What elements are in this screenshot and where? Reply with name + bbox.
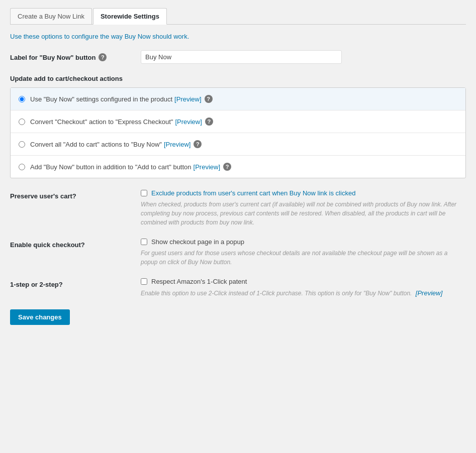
label-field-help-icon[interactable]: ? [99, 53, 107, 61]
radio-label-2: Convert "Checkout" action to "Express Ch… [30, 118, 173, 126]
quick-checkout-checkbox[interactable] [141, 239, 147, 245]
update-cart-heading: Update add to cart/checkout actions [10, 75, 466, 82]
preserve-cart-field: Exclude products from user's current car… [141, 189, 466, 227]
save-button-wrapper: Save changes [10, 309, 466, 325]
radio-options-table: Use "Buy Now" settings configured in the… [10, 87, 466, 178]
one-two-step-checkbox-row: Respect Amazon's 1-Click patent [141, 278, 466, 285]
radio-option-1[interactable]: Use "Buy Now" settings configured in the… [11, 88, 465, 110]
radio-option-4[interactable]: Add "Buy Now" button in addition to "Add… [11, 156, 465, 178]
label-field-text: Label for "Buy Now" button [10, 54, 96, 61]
one-two-step-checkbox-label: Respect Amazon's 1-Click patent [151, 278, 247, 285]
one-two-step-row: 1-step or 2-step? Respect Amazon's 1-Cli… [10, 278, 466, 298]
one-two-step-field: Respect Amazon's 1-Click patent Enable t… [141, 278, 466, 298]
preserve-cart-row: Preserve user's cart? Exclude products f… [10, 189, 466, 227]
radio-option-3[interactable]: Convert all "Add to cart" actions to "Bu… [11, 133, 465, 156]
tab-storewide[interactable]: Storewide Settings [93, 8, 167, 25]
quick-checkout-field: Show checkout page in a popup For guest … [141, 238, 466, 267]
preserve-cart-description: When checked, products from user's curre… [141, 200, 466, 227]
label-field-row: Label for "Buy Now" button ? [10, 50, 466, 64]
radio-label-1: Use "Buy Now" settings configured in the… [30, 95, 172, 103]
quick-checkout-checkbox-label: Show checkout page in a popup [151, 238, 244, 246]
radio-label-3: Convert all "Add to cart" actions to "Bu… [30, 141, 162, 148]
preserve-cart-checkbox-row: Exclude products from user's current car… [141, 189, 466, 197]
update-cart-section: Update add to cart/checkout actions Use … [10, 75, 466, 178]
buy-now-label-input[interactable] [141, 50, 342, 64]
label-field-input-wrapper [141, 50, 466, 64]
save-changes-button[interactable]: Save changes [10, 309, 70, 325]
radio-label-4: Add "Buy Now" button in addition to "Add… [30, 163, 192, 171]
radio-help-icon-1[interactable]: ? [205, 95, 213, 103]
tabs-container: Create a Buy Now Link Storewide Settings [10, 8, 466, 25]
one-two-step-label: 1-step or 2-step? [10, 278, 141, 288]
one-two-step-checkbox[interactable] [141, 278, 147, 285]
radio-option-2[interactable]: Convert "Checkout" action to "Express Ch… [11, 110, 465, 133]
preview-link-2[interactable]: [Preview] [175, 118, 202, 126]
preserve-cart-label: Preserve user's cart? [10, 189, 141, 200]
preserve-cart-checkbox-label: Exclude products from user's current car… [151, 189, 355, 197]
preview-link-3[interactable]: [Preview] [164, 141, 191, 148]
radio-help-icon-3[interactable]: ? [194, 140, 202, 148]
quick-checkout-description: For guest users and for those users whos… [141, 249, 466, 267]
radio-input-3[interactable] [19, 141, 25, 148]
quick-checkout-row: Enable quick checkout? Show checkout pag… [10, 238, 466, 267]
preserve-cart-checkbox[interactable] [141, 190, 147, 196]
radio-input-4[interactable] [19, 164, 25, 170]
quick-checkout-checkbox-row: Show checkout page in a popup [141, 238, 466, 246]
preview-link-4[interactable]: [Preview] [194, 163, 220, 171]
label-field-label: Label for "Buy Now" button ? [10, 50, 141, 61]
radio-input-1[interactable] [19, 96, 25, 102]
page-description: Use these options to configure the way B… [10, 33, 466, 40]
one-two-step-preview-link[interactable]: [Preview] [416, 289, 442, 297]
tab-create[interactable]: Create a Buy Now Link [10, 8, 92, 24]
radio-help-icon-2[interactable]: ? [205, 118, 213, 126]
radio-help-icon-4[interactable]: ? [223, 163, 231, 171]
one-two-step-description: Enable this option to use 2-Click instea… [141, 288, 466, 298]
radio-input-2[interactable] [19, 119, 25, 125]
quick-checkout-label: Enable quick checkout? [10, 238, 141, 249]
preview-link-1[interactable]: [Preview] [174, 95, 201, 103]
